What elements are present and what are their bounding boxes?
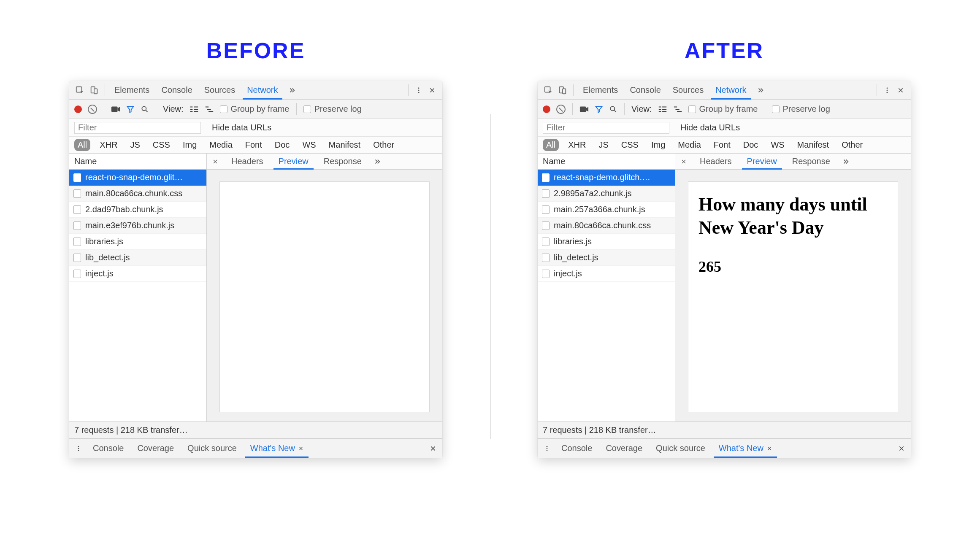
request-row[interactable]: inject.js bbox=[69, 266, 206, 282]
request-row[interactable]: react-snap-demo.glitch.… bbox=[538, 170, 675, 186]
tab-sources[interactable]: Sources bbox=[667, 81, 709, 99]
request-row[interactable]: main.e3ef976b.chunk.js bbox=[69, 218, 206, 234]
kebab-menu-icon[interactable] bbox=[880, 81, 894, 99]
camera-icon[interactable] bbox=[579, 105, 589, 113]
type-filter-xhr[interactable]: XHR bbox=[96, 139, 121, 151]
record-icon[interactable] bbox=[543, 105, 550, 113]
close-icon[interactable] bbox=[767, 446, 772, 451]
detail-more-tabs-icon[interactable] bbox=[369, 154, 385, 169]
type-filter-all[interactable]: All bbox=[543, 139, 559, 151]
drawer-tab-coverage[interactable]: Coverage bbox=[599, 439, 649, 458]
tab-elements[interactable]: Elements bbox=[108, 81, 155, 99]
clear-icon[interactable] bbox=[556, 105, 566, 114]
request-row[interactable]: lib_detect.js bbox=[69, 250, 206, 266]
type-filter-img[interactable]: Img bbox=[648, 139, 669, 151]
tab-elements[interactable]: Elements bbox=[577, 81, 624, 99]
type-filter-xhr[interactable]: XHR bbox=[565, 139, 589, 151]
drawer-kebab-icon[interactable] bbox=[71, 439, 86, 458]
group-by-frame-checkbox[interactable] bbox=[220, 105, 227, 113]
close-icon[interactable] bbox=[298, 446, 303, 451]
detail-more-tabs-icon[interactable] bbox=[838, 154, 854, 169]
type-filter-manifest[interactable]: Manifest bbox=[325, 139, 364, 151]
more-tabs-icon[interactable] bbox=[753, 81, 769, 99]
request-row[interactable]: 2.dad97bab.chunk.js bbox=[69, 202, 206, 218]
file-icon bbox=[542, 238, 550, 246]
request-row[interactable]: main.257a366a.chunk.js bbox=[538, 202, 675, 218]
tab-console[interactable]: Console bbox=[155, 81, 198, 99]
tab-sources[interactable]: Sources bbox=[198, 81, 241, 99]
more-tabs-icon[interactable] bbox=[284, 81, 300, 99]
drawer-tab-whatsnew[interactable]: What's New bbox=[712, 439, 779, 458]
close-devtools-icon[interactable] bbox=[425, 81, 439, 99]
preserve-log-checkbox[interactable] bbox=[772, 105, 780, 113]
filter-funnel-icon[interactable] bbox=[126, 105, 135, 113]
type-filter-js[interactable]: JS bbox=[127, 139, 143, 151]
detail-tab-response[interactable]: Response bbox=[785, 154, 838, 169]
preserve-log-checkbox[interactable] bbox=[303, 105, 311, 113]
drawer-tab-quicksource[interactable]: Quick source bbox=[649, 439, 712, 458]
type-filter-doc[interactable]: Doc bbox=[740, 139, 762, 151]
detail-tab-headers[interactable]: Headers bbox=[692, 154, 739, 169]
drawer-tab-quicksource[interactable]: Quick source bbox=[181, 439, 244, 458]
drawer-kebab-icon[interactable] bbox=[539, 439, 555, 458]
tab-console[interactable]: Console bbox=[624, 81, 666, 99]
detail-tab-preview[interactable]: Preview bbox=[739, 154, 785, 169]
inspect-icon[interactable] bbox=[73, 81, 87, 99]
search-icon[interactable] bbox=[141, 105, 149, 113]
tab-network[interactable]: Network bbox=[241, 81, 284, 99]
detail-tab-response[interactable]: Response bbox=[316, 154, 369, 169]
close-devtools-icon[interactable] bbox=[894, 81, 907, 99]
tab-network[interactable]: Network bbox=[709, 81, 752, 99]
requests-detail-split: Name react-no-snap-demo.glit… main.80ca6… bbox=[69, 154, 442, 421]
request-row[interactable]: inject.js bbox=[538, 266, 675, 282]
search-icon[interactable] bbox=[609, 105, 617, 113]
large-rows-icon[interactable] bbox=[658, 105, 667, 113]
close-drawer-icon[interactable] bbox=[425, 439, 441, 458]
type-filter-all[interactable]: All bbox=[74, 139, 90, 151]
type-filter-manifest[interactable]: Manifest bbox=[794, 139, 833, 151]
type-filter-media[interactable]: Media bbox=[206, 139, 236, 151]
type-filter-img[interactable]: Img bbox=[179, 139, 200, 151]
type-filter-js[interactable]: JS bbox=[595, 139, 612, 151]
filter-funnel-icon[interactable] bbox=[595, 105, 603, 113]
inspect-icon[interactable] bbox=[541, 81, 555, 99]
type-filter-other[interactable]: Other bbox=[370, 139, 398, 151]
kebab-menu-icon[interactable] bbox=[412, 81, 425, 99]
drawer-tab-console[interactable]: Console bbox=[555, 439, 599, 458]
type-filter-ws[interactable]: WS bbox=[767, 139, 788, 151]
detail-tab-headers[interactable]: Headers bbox=[224, 154, 271, 169]
request-row[interactable]: 2.9895a7a2.chunk.js bbox=[538, 186, 675, 202]
camera-icon[interactable] bbox=[111, 105, 120, 113]
clear-icon[interactable] bbox=[88, 105, 97, 114]
request-row[interactable]: main.80ca66ca.chunk.css bbox=[69, 186, 206, 202]
drawer-tab-whatsnew[interactable]: What's New bbox=[244, 439, 310, 458]
close-detail-icon[interactable] bbox=[207, 154, 224, 169]
request-row[interactable]: lib_detect.js bbox=[538, 250, 675, 266]
request-row[interactable]: main.80ca66ca.chunk.css bbox=[538, 218, 675, 234]
type-filter-css[interactable]: CSS bbox=[149, 139, 173, 151]
request-row[interactable]: libraries.js bbox=[538, 234, 675, 250]
type-filter-media[interactable]: Media bbox=[674, 139, 704, 151]
request-row[interactable]: react-no-snap-demo.glit… bbox=[69, 170, 206, 186]
record-icon[interactable] bbox=[74, 105, 82, 113]
type-filter-font[interactable]: Font bbox=[710, 139, 734, 151]
waterfall-icon[interactable] bbox=[673, 105, 682, 113]
type-filter-doc[interactable]: Doc bbox=[271, 139, 293, 151]
drawer-tab-coverage[interactable]: Coverage bbox=[130, 439, 181, 458]
type-filter-font[interactable]: Font bbox=[242, 139, 265, 151]
filter-input[interactable] bbox=[74, 122, 201, 134]
group-by-frame-checkbox[interactable] bbox=[688, 105, 696, 113]
request-row[interactable]: libraries.js bbox=[69, 234, 206, 250]
close-detail-icon[interactable] bbox=[675, 154, 692, 169]
drawer-tab-console[interactable]: Console bbox=[86, 439, 130, 458]
device-toggle-icon[interactable] bbox=[87, 81, 101, 99]
type-filter-css[interactable]: CSS bbox=[618, 139, 642, 151]
device-toggle-icon[interactable] bbox=[555, 81, 570, 99]
large-rows-icon[interactable] bbox=[190, 105, 199, 113]
detail-tab-preview[interactable]: Preview bbox=[271, 154, 316, 169]
type-filter-ws[interactable]: WS bbox=[299, 139, 319, 151]
close-drawer-icon[interactable] bbox=[894, 439, 909, 458]
filter-input[interactable] bbox=[543, 122, 669, 134]
type-filter-other[interactable]: Other bbox=[838, 139, 866, 151]
waterfall-icon[interactable] bbox=[205, 105, 214, 113]
